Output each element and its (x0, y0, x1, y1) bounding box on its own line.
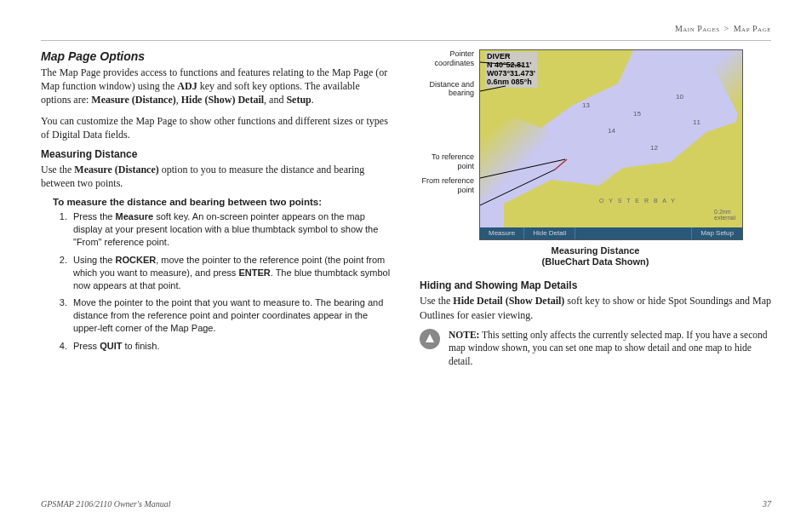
measuring-distance-head: Measuring Distance (41, 148, 392, 160)
breadcrumb-sep: > (724, 24, 729, 33)
opt-hide-detail: Hide (Show) Detail (181, 94, 264, 106)
step-1: Press the Measure soft key. An on-screen… (70, 210, 392, 249)
figure: Pointer coordinates Distance and bearing… (420, 49, 771, 240)
quit-key: QUIT (100, 341, 122, 351)
footer-manual-title: GPSMAP 2106/2110 Owner's Manual (41, 499, 171, 509)
label-distance-bearing: Distance and bearing (420, 80, 474, 99)
label-pointer-coords: Pointer coordinates (420, 49, 474, 68)
figure-caption: Measuring Distance (BlueChart Data Shown… (420, 245, 771, 267)
softkey-measure[interactable]: Measure (480, 227, 524, 239)
measure-distance-term: Measure (Distance) (74, 164, 158, 175)
softkey-hide-detail[interactable]: Hide Detail (524, 227, 575, 239)
customize-para: You can customize the Map Page to show o… (41, 114, 392, 141)
enter-key: ENTER (238, 267, 270, 278)
label-to-ref: To reference point (420, 152, 474, 171)
note-block: NOTE: This setting only affects the curr… (420, 329, 771, 369)
measure-key: Measure (116, 211, 154, 221)
right-column: Pointer coordinates Distance and bearing… (420, 49, 771, 368)
svg-line-3 (480, 170, 555, 205)
adj-key: ADJ (177, 80, 197, 92)
steps-list: Press the Measure soft key. An on-screen… (70, 210, 392, 352)
depth: 14 (608, 127, 615, 135)
footer-page-number: 37 (763, 499, 771, 509)
depth: 10 (676, 93, 683, 101)
hiding-para: Use the Hide Detail (Show Detail) soft k… (420, 294, 771, 321)
opt-setup: Setup (286, 94, 311, 106)
map-screenshot: DIVER N 40°52.811' W073°31.473' 0.6nm 08… (479, 49, 743, 240)
breadcrumb-current: Map Page (734, 24, 771, 33)
top-rule (41, 40, 771, 41)
intro-para: The Map Page provides access to function… (41, 66, 392, 107)
opt-measure: Measure (Distance) (91, 94, 175, 106)
map-softkey-bar: Measure Hide Detail Map Setup (480, 227, 742, 239)
depth: 15 (633, 110, 641, 118)
step-2: Using the ROCKER, move the pointer to th… (70, 254, 392, 292)
page-footer: GPSMAP 2106/2110 Owner's Manual 37 (41, 499, 771, 509)
callout-labels: Pointer coordinates Distance and bearing… (420, 49, 474, 240)
left-column: Map Page Options The Map Page provides a… (41, 49, 392, 368)
svg-line-1 (480, 86, 506, 91)
label-from-ref: From reference point (420, 176, 474, 195)
hide-detail-term: Hide Detail (Show Detail) (453, 295, 564, 307)
breadcrumb-parent: Main Pages (675, 24, 720, 33)
procedure-title: To measure the distance and bearing betw… (53, 197, 392, 207)
scale-label: 0.2nmexternal (714, 209, 735, 221)
hiding-showing-head: Hiding and Showing Map Details (420, 279, 771, 291)
depth: 12 (650, 144, 658, 152)
softkey-map-setup[interactable]: Map Setup (691, 227, 742, 239)
map-place-label: O Y S T E R B A Y (599, 198, 677, 204)
note-text: NOTE: This setting only affects the curr… (449, 329, 771, 369)
note-icon (420, 329, 440, 349)
depth: 11 (693, 118, 700, 126)
breadcrumb: Main Pages > Map Page (41, 24, 771, 33)
depth: 13 (582, 101, 590, 109)
callout-lines (480, 50, 743, 240)
section-title: Map Page Options (41, 49, 392, 63)
svg-line-2 (480, 159, 565, 178)
step-3: Move the pointer to the point that you w… (70, 296, 392, 335)
rocker-key: ROCKER (116, 255, 157, 265)
measuring-para: Use the Measure (Distance) option to you… (41, 163, 392, 190)
svg-line-0 (480, 62, 523, 66)
step-4: Press QUIT to finish. (70, 340, 392, 353)
